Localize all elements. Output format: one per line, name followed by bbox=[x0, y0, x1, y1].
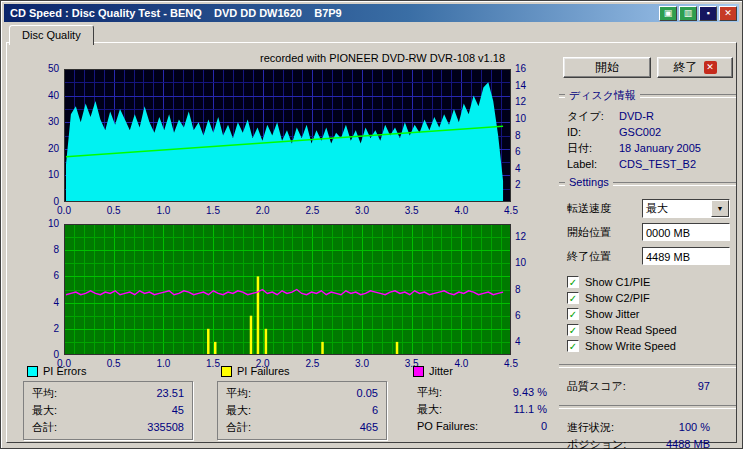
axis-tick-label: 14 bbox=[515, 80, 541, 91]
checkbox-box[interactable]: ✓ bbox=[567, 324, 579, 336]
axis-tick-label: 0.0 bbox=[49, 205, 79, 216]
disc-info-row: ID:GSC002 bbox=[557, 124, 738, 140]
start-position-row: 開始位置 0000 MB bbox=[557, 220, 738, 244]
quality-score-row: 品質スコア: 97 bbox=[557, 378, 738, 395]
axis-tick-label: 0.5 bbox=[99, 205, 129, 216]
status-separator bbox=[559, 405, 736, 409]
checkbox-show-c2-pif[interactable]: ✓Show C2/PIF bbox=[557, 290, 738, 306]
pi-errors-stats-box: 平均:23.51最大:45合計:335508 bbox=[23, 381, 193, 440]
status-value: 4488 MB bbox=[666, 436, 710, 449]
checkbox-box[interactable]: ✓ bbox=[567, 340, 579, 352]
checkbox-label: Show C2/PIF bbox=[585, 292, 650, 304]
stat-row: 最大:11.1 % bbox=[417, 401, 547, 418]
window-title: CD Speed : Disc Quality Test - BENQ DVD … bbox=[4, 7, 342, 19]
start-position-field[interactable]: 0000 MB bbox=[642, 223, 730, 241]
chevron-down-icon[interactable]: ▼ bbox=[711, 200, 729, 217]
disc-info-row: Label:CDS_TEST_B2 bbox=[557, 156, 738, 172]
axis-tick-label: 10 bbox=[515, 113, 541, 124]
status-value: 100 % bbox=[679, 419, 710, 436]
axis-tick-label: 3.0 bbox=[347, 358, 377, 369]
stat-label: 最大: bbox=[32, 402, 57, 419]
axis-tick-label: 2 bbox=[27, 323, 59, 334]
status-rows: 進行状況:100 %ポジション:4488 MB速度:8.36 X bbox=[557, 419, 738, 449]
axis-tick-label: 8 bbox=[515, 284, 541, 295]
disc-info-header: ディスク情報 bbox=[565, 88, 640, 103]
stat-value: 465 bbox=[360, 419, 378, 436]
checkbox-label: Show Read Speed bbox=[585, 324, 677, 336]
stat-row: 合計:465 bbox=[226, 419, 378, 436]
axis-tick-label: 3.0 bbox=[347, 205, 377, 216]
checkbox-show-read-speed[interactable]: ✓Show Read Speed bbox=[557, 322, 738, 338]
disc-info-value: CDS_TEST_B2 bbox=[619, 156, 696, 172]
status-label: ポジション: bbox=[567, 436, 626, 449]
disc-info-row: タイプ:DVD-R bbox=[557, 108, 738, 124]
tab-disc-quality[interactable]: Disc Quality bbox=[9, 25, 94, 45]
axis-tick-label: 16 bbox=[515, 63, 541, 74]
stat-value: 0.05 bbox=[357, 385, 378, 402]
jitter-chart bbox=[64, 224, 511, 355]
checkbox-label: Show C1/PIE bbox=[585, 276, 650, 288]
axis-tick-label: 50 bbox=[27, 63, 59, 74]
quality-score-value: 97 bbox=[698, 378, 710, 395]
pi-errors-legend: PI Errors bbox=[27, 365, 86, 377]
quality-score-label: 品質スコア: bbox=[567, 378, 626, 395]
axis-tick-label: 30 bbox=[27, 116, 59, 127]
end-position-row: 終了位置 4489 MB bbox=[557, 244, 738, 268]
transfer-speed-row: 転送速度 最大 ▼ bbox=[557, 196, 738, 220]
axis-tick-label: 4.5 bbox=[496, 205, 526, 216]
axis-tick-label: 4.0 bbox=[446, 205, 476, 216]
stat-value: 23.51 bbox=[156, 385, 184, 402]
stat-row: 平均:0.05 bbox=[226, 385, 378, 402]
transfer-speed-label: 転送速度 bbox=[567, 201, 642, 216]
axis-tick-label: 4 bbox=[515, 336, 541, 347]
stat-label: 平均: bbox=[417, 384, 442, 401]
axis-tick-label: 6 bbox=[515, 310, 541, 321]
disc-info-separator: ディスク情報 bbox=[559, 94, 736, 98]
disc-info-row: 日付:18 January 2005 bbox=[557, 140, 738, 156]
close-icon[interactable]: ✕ bbox=[719, 6, 737, 21]
exit-button-label: 終了 bbox=[674, 59, 698, 76]
axis-tick-label: 4.5 bbox=[496, 358, 526, 369]
disc-info-label: 日付: bbox=[567, 140, 619, 156]
navy-window-icon[interactable]: ▪ bbox=[699, 6, 717, 21]
disc-info-value: GSC002 bbox=[619, 124, 661, 140]
jitter-legend: Jitter bbox=[413, 365, 453, 377]
side-panel: 開始 終了 ✕ ディスク情報 タイプ:DVD-RID:GSC002日付:18 J… bbox=[557, 53, 738, 441]
tab-label: Disc Quality bbox=[22, 29, 81, 41]
titlebar[interactable]: CD Speed : Disc Quality Test - BENQ DVD … bbox=[4, 4, 739, 22]
axis-tick-label: 4 bbox=[27, 297, 59, 308]
axis-tick-label: 1.5 bbox=[198, 205, 228, 216]
end-position-field[interactable]: 4489 MB bbox=[642, 247, 730, 265]
disc-info-label: ID: bbox=[567, 124, 619, 140]
start-button-label: 開始 bbox=[595, 59, 619, 76]
axis-tick-label: 1.0 bbox=[148, 205, 178, 216]
stat-label: 平均: bbox=[32, 385, 57, 402]
green-chart-icon[interactable]: ▥ bbox=[679, 6, 697, 21]
exit-icon: ✕ bbox=[704, 61, 717, 74]
checkbox-show-c1-pie[interactable]: ✓Show C1/PIE bbox=[557, 274, 738, 290]
stat-value: 45 bbox=[172, 402, 184, 419]
settings-header: Settings bbox=[565, 176, 613, 188]
checkbox-show-write-speed[interactable]: ✓Show Write Speed bbox=[557, 338, 738, 354]
checkbox-box[interactable]: ✓ bbox=[567, 308, 579, 320]
checkbox-show-jitter[interactable]: ✓Show Jitter bbox=[557, 306, 738, 322]
checkbox-box[interactable]: ✓ bbox=[567, 292, 579, 304]
transfer-speed-value: 最大 bbox=[643, 200, 711, 217]
disc-info-label: タイプ: bbox=[567, 108, 619, 124]
recorded-with-label: recorded with PIONEER DVD-RW DVR-108 v1.… bbox=[64, 52, 511, 64]
stat-label: 合計: bbox=[226, 419, 251, 436]
axis-tick-label: 8 bbox=[515, 130, 541, 141]
axis-tick-label: 10 bbox=[27, 218, 59, 229]
axis-tick-label: 12 bbox=[515, 231, 541, 242]
app-window: CD Speed : Disc Quality Test - BENQ DVD … bbox=[0, 0, 743, 449]
stat-value: 0 bbox=[541, 418, 547, 435]
green-pages-icon[interactable]: ▣ bbox=[659, 6, 677, 21]
stat-row: 合計:335508 bbox=[32, 419, 184, 436]
checkbox-box[interactable]: ✓ bbox=[567, 276, 579, 288]
stat-label: 合計: bbox=[32, 419, 57, 436]
start-button[interactable]: 開始 bbox=[563, 57, 651, 78]
stat-value: 11.1 % bbox=[514, 401, 547, 418]
exit-button[interactable]: 終了 ✕ bbox=[657, 57, 733, 78]
show-options-group: ✓Show C1/PIE✓Show C2/PIF✓Show Jitter✓Sho… bbox=[557, 274, 738, 354]
transfer-speed-select[interactable]: 最大 ▼ bbox=[642, 199, 730, 218]
